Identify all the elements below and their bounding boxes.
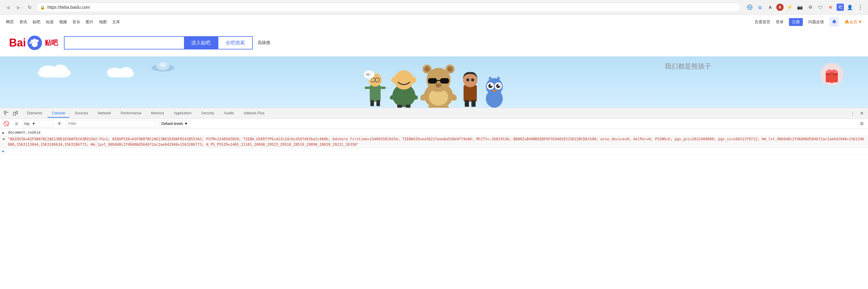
all-search-button[interactable]: 全吧搜索 [218,36,253,50]
tab-adblock[interactable]: Adblock Plus [240,109,269,118]
notification-bell[interactable] [829,17,839,27]
search-input[interactable] [64,36,184,50]
output-arrow: ◀ [2,136,7,141]
tab-security[interactable]: Security [197,109,218,118]
logo-bai-text: Bai [9,36,26,49]
tab-application[interactable]: Application [169,109,196,118]
svg-point-8 [30,42,32,44]
shield-icon[interactable]: 🛡 [816,3,825,11]
address-bar[interactable]: 🔒 https://tieba.baidu.com [36,2,741,12]
camera-icon[interactable]: 📷 [796,3,804,11]
ext-blue-icon[interactable]: 吧 [837,4,844,11]
tab-memory[interactable]: Memory [147,109,168,118]
svg-point-61 [466,79,469,82]
context-value: top [25,122,30,126]
extension-b-icon[interactable]: B [776,4,783,11]
svg-text:Hi~: Hi~ [366,73,371,76]
device-toolbar-button[interactable] [11,110,19,117]
svg-rect-64 [471,100,476,107]
character-5 [484,75,505,108]
svg-rect-78 [13,112,16,115]
log-levels-dropdown[interactable]: Default levels ▼ [159,120,191,127]
devtools-tabs-toolbar: Elements Console Sources Network Perform… [0,108,868,119]
console-settings-button[interactable]: ⚙ [858,120,866,127]
banner-text: 我们都是熊孩子 [665,62,711,71]
svg-rect-29 [365,87,371,89]
enter-tieba-button[interactable]: 进入贴吧 [184,36,218,50]
lock-icon: 🔒 [40,5,45,10]
svg-rect-43 [406,105,410,108]
sync-icon[interactable]: ♻ [806,3,814,11]
nav-news[interactable]: 资讯 [19,19,27,25]
search-area: 进入贴吧 全吧搜索 高级搜 [64,36,275,50]
advanced-search-button[interactable]: 高级搜 [253,36,275,50]
svg-rect-52 [440,78,449,84]
tab-sources[interactable]: Sources [70,109,92,118]
menu-button[interactable]: ⋮ [856,3,864,11]
nav-video[interactable]: 视频 [59,19,67,25]
page-content: 网页 资讯 贴吧 知道 视频 音乐 图片 地图 文库 百度首页 登录 注册 问题… [0,15,868,108]
banner: 我们都是熊孩子 [0,56,868,108]
devtools-panel: Elements Console Sources Network Perform… [0,108,868,204]
tab-console[interactable]: Console [48,109,69,118]
nav-baidu-home[interactable]: 百度首页 [754,19,770,25]
svg-marker-74 [496,76,500,80]
character-2 [389,65,419,108]
reload-button[interactable]: ↻ [25,3,34,11]
svg-point-48 [424,66,430,72]
ufo-icon [151,59,175,71]
nav-register[interactable]: 注册 [789,18,803,26]
svg-point-72 [498,84,500,86]
console-row-prompt: ▶ [0,148,868,154]
baidu-top-nav: 网页 资讯 贴吧 知道 视频 音乐 图片 地图 文库 百度首页 登录 注册 问题… [0,15,868,29]
logo-paw-icon [27,35,42,50]
input-arrow: ▶ [2,130,7,135]
log-levels-label: Default levels [161,122,183,126]
tab-audits[interactable]: Audits [220,109,238,118]
logo-tieba-text: 贴吧 [44,38,58,47]
banner-characters: Hi~ [363,62,505,108]
nav-bar: ◀ ▶ ↻ 🔒 https://tieba.baidu.com G A B ⚡ … [0,0,868,15]
clear-console-button[interactable]: 🚫 [2,120,10,127]
baidu-header: Bai 贴吧 进入贴吧 全吧搜索 高级搜 [0,29,868,56]
svg-rect-31 [370,100,374,106]
nav-login[interactable]: 登录 [776,19,783,25]
nav-tieba[interactable]: 贴吧 [33,19,40,25]
nav-member[interactable]: 🔥会员 ▼ [844,19,862,25]
globe-icon[interactable] [746,3,754,11]
svg-point-38 [391,77,397,83]
nav-image[interactable]: 图片 [86,19,93,25]
nav-wenku[interactable]: 文库 [112,19,120,25]
show-live-expression-button[interactable]: 👁 [56,120,63,127]
nav-music[interactable]: 音乐 [72,19,80,25]
ext-red-icon[interactable]: R [826,3,835,11]
back-button[interactable]: ◀ [4,3,12,11]
nav-feedback[interactable]: 问题反馈 [808,19,824,25]
nav-zhidao[interactable]: 知道 [46,19,54,25]
nav-map[interactable]: 地图 [99,19,107,25]
devtools-close-button[interactable]: ✕ [858,110,866,117]
console-filter-input[interactable] [66,120,156,127]
console-prompt-input[interactable] [8,149,866,153]
extension-a-icon[interactable]: A [766,3,775,11]
console-toolbar: 🚫 ⊘ top ▼ 👁 Default levels ▼ ⚙ [0,119,868,128]
nav-webpage[interactable]: 网页 [6,19,14,25]
bolt-icon[interactable]: ⚡ [785,3,794,11]
tab-network[interactable]: Network [93,109,115,118]
context-dropdown-arrow: ▼ [32,122,36,126]
google-translate-icon[interactable]: G [756,3,764,11]
tab-elements[interactable]: Elements [23,109,46,118]
profile-button[interactable]: 👤 [846,3,854,11]
inspect-element-button[interactable] [2,110,10,117]
block-icon[interactable]: ⊘ [13,120,21,127]
context-selector[interactable]: top ▼ [23,120,53,127]
devtools-more-button[interactable]: ⋮ [849,110,857,117]
console-command: document.cookie [8,130,866,135]
svg-rect-75 [4,111,6,113]
svg-rect-24 [370,85,381,102]
tab-performance[interactable]: Performance [116,109,146,118]
prompt-arrow: ▶ [2,149,7,153]
svg-point-50 [447,66,453,72]
forward-button[interactable]: ▶ [14,3,23,11]
svg-point-17 [159,62,166,67]
